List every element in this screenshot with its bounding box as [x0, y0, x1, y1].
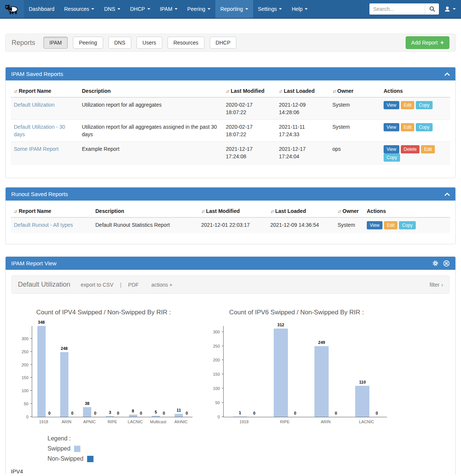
column-header-owner[interactable]: ↓↑Owner — [335, 205, 364, 217]
nav-item-dns[interactable]: DNS — [99, 0, 125, 18]
delete-button[interactable]: Delete — [401, 145, 420, 153]
bar-swipped[interactable] — [175, 414, 183, 417]
report-name-link[interactable]: Default Utilization - 30 days — [14, 124, 65, 137]
user-menu[interactable] — [444, 6, 456, 13]
nav-item-peering[interactable]: Peering — [182, 0, 215, 18]
nav-item-resources[interactable]: Resources — [59, 0, 99, 18]
collapse-chevron-up-icon[interactable] — [445, 72, 450, 76]
copy-button[interactable]: Copy — [384, 153, 400, 162]
category-label: LACNIC — [124, 419, 147, 424]
nav-item-settings[interactable]: Settings — [253, 0, 287, 18]
column-header-last-modified[interactable]: ↓↑Last Modified — [198, 205, 267, 217]
sort-icon[interactable]: ↓↑ — [338, 209, 341, 214]
bar-swipped[interactable] — [129, 415, 137, 417]
export-pdf-link[interactable]: PDF — [128, 282, 139, 288]
description-cell: Utilization report for all aggregates — [79, 97, 223, 120]
gear-icon[interactable] — [432, 260, 439, 266]
tab-ipam[interactable]: IPAM — [43, 37, 68, 49]
sort-icon[interactable]: ↓↑ — [14, 89, 17, 94]
category-label: APNIC — [78, 419, 101, 424]
sort-icon[interactable]: ↓↑ — [14, 209, 17, 214]
plot-wrap: 0501001502002503001019183120RIPE2490ARIN… — [206, 326, 387, 417]
column-header-owner[interactable]: ↓↑Owner — [329, 85, 381, 97]
current-report-name: Default Utilization — [18, 281, 70, 289]
tab-peering[interactable]: Peering — [73, 37, 103, 49]
column-header-report-name[interactable]: ↓↑Report Name — [11, 205, 92, 217]
section-label-ipv4: IPV4 — [11, 468, 455, 475]
copy-button[interactable]: Copy — [399, 221, 415, 229]
nav-item-dhcp[interactable]: DHCP — [125, 0, 155, 18]
page-content: Reports IPAMPeeringDNSUsersResourcesDHCP… — [0, 34, 461, 475]
view-button[interactable]: View — [384, 145, 399, 153]
copy-button[interactable]: Copy — [416, 101, 432, 109]
bar-swipped[interactable] — [152, 416, 160, 417]
report-name-link[interactable]: Default Utilization — [14, 102, 55, 108]
ipam-report-view-header: IPAM Report View — [6, 257, 455, 270]
tab-resources[interactable]: Resources — [168, 37, 205, 49]
filter-link[interactable]: filter› — [430, 282, 443, 288]
nav-item-ipam[interactable]: IPAM — [155, 0, 182, 18]
view-button[interactable]: View — [384, 101, 399, 109]
actions-menu-link[interactable]: actions + — [151, 282, 172, 288]
bar-swipped[interactable] — [106, 416, 114, 417]
nav-item-label: Peering — [187, 6, 205, 12]
view-button[interactable]: View — [384, 123, 399, 131]
legend-swatch-non-swipped — [87, 456, 93, 462]
report-table: ↓↑Report NameDescription↓↑Last Modified↓… — [11, 85, 450, 165]
bar-value-label: 0 — [94, 411, 96, 415]
edit-button[interactable]: Edit — [421, 145, 435, 153]
bar-swipped[interactable] — [233, 416, 247, 417]
column-header-last-modified[interactable]: ↓↑Last Modified — [223, 85, 276, 97]
sort-icon[interactable]: ↓↑ — [279, 89, 282, 94]
bar-swipped[interactable] — [274, 329, 288, 417]
tab-dhcp[interactable]: DHCP — [210, 37, 237, 49]
sort-icon[interactable]: ↓↑ — [201, 209, 204, 214]
search-button[interactable] — [425, 3, 439, 15]
bar-value-label: 5 — [155, 410, 157, 414]
chart-legend: Legend : SwippedNon-Swipped — [47, 435, 455, 462]
report-name-link[interactable]: Some IPAM Report — [14, 146, 59, 152]
report-name-link[interactable]: Default Runout - All types — [14, 222, 73, 228]
collapse-chevron-up-icon[interactable] — [445, 192, 450, 196]
ipv6-swip-chart: Count of IPV6 Swipped / Non-Swipped By R… — [206, 309, 387, 417]
column-header-report-name[interactable]: ↓↑Report Name — [11, 85, 79, 97]
bar-value-label: 38 — [85, 401, 89, 406]
last-modified-cell: 2021-12-17 17:24:08 — [223, 142, 276, 165]
nav-item-dashboard[interactable]: Dashboard — [24, 0, 59, 18]
category-label: 1918 — [32, 419, 55, 424]
column-header-last-loaded[interactable]: ↓↑Last Loaded — [276, 85, 329, 97]
nav-item-reporting[interactable]: Reporting — [215, 0, 253, 18]
category-label: RIPE — [264, 419, 305, 424]
edit-button[interactable]: Edit — [401, 123, 415, 131]
y-axis-tick-label: 250 — [22, 350, 28, 354]
bar-swipped[interactable] — [355, 386, 369, 417]
caret-down-icon — [279, 8, 282, 10]
nav-item-help[interactable]: Help — [287, 0, 313, 18]
bar-value-label: 0 — [140, 411, 142, 415]
sort-icon[interactable]: ↓↑ — [270, 209, 273, 214]
sort-icon[interactable]: ↓↑ — [332, 89, 335, 94]
table-row: Default Runout - All typesDefault Runout… — [11, 217, 450, 233]
bar-group-arin: 2490ARIN — [305, 326, 346, 417]
close-circle-icon[interactable] — [443, 260, 450, 267]
tab-users[interactable]: Users — [136, 37, 162, 49]
bar-value-label: 0 — [253, 411, 255, 415]
report-view-toolbar: Default Utilization export to CSV | PDF … — [12, 275, 449, 294]
export-csv-link[interactable]: export to CSV — [81, 282, 113, 288]
search-input[interactable] — [369, 3, 425, 15]
sort-icon[interactable]: ↓↑ — [226, 89, 229, 94]
view-button[interactable]: View — [367, 221, 382, 229]
edit-button[interactable]: Edit — [384, 221, 398, 229]
provision-panda-logo[interactable] — [0, 0, 24, 18]
bar-swipped[interactable] — [83, 407, 91, 417]
bar-swipped[interactable] — [60, 352, 68, 417]
column-header-last-loaded[interactable]: ↓↑Last Loaded — [267, 205, 335, 217]
bar-swipped[interactable] — [314, 346, 329, 417]
copy-button[interactable]: Copy — [416, 123, 432, 131]
actions-cell: ViewEditCopy — [364, 217, 450, 233]
bar-swipped[interactable] — [37, 326, 46, 417]
add-report-button[interactable]: Add Report + — [406, 36, 449, 49]
tab-dns[interactable]: DNS — [108, 37, 132, 49]
edit-button[interactable]: Edit — [401, 101, 415, 109]
bar-value-label: 0 — [294, 411, 296, 415]
